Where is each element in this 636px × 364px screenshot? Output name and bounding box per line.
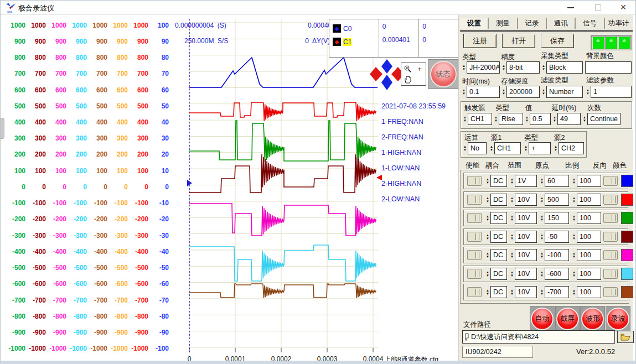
tab-测量[interactable]: 测量 (488, 18, 516, 29)
range-field[interactable]: ▲▼10V (509, 286, 537, 298)
open-button[interactable]: 打开 (502, 34, 535, 48)
origin-field[interactable]: ▲▼-600 (539, 268, 569, 280)
browse-folder-button[interactable] (617, 331, 634, 343)
cursor-item-c1[interactable]: ◆C1 (333, 38, 351, 46)
enable-toggle[interactable] (467, 232, 482, 242)
led-indicator[interactable]: * (605, 36, 618, 49)
enable-toggle[interactable] (467, 213, 482, 223)
color-swatch[interactable] (621, 175, 633, 187)
filter-param-field[interactable]: ▲▼1 (585, 86, 632, 98)
tab-信号[interactable]: 信号 (575, 18, 603, 29)
save-button[interactable]: 保存 (541, 34, 574, 48)
range-field[interactable]: ▲▼10V (509, 249, 537, 261)
origin-field[interactable]: ▲▼60 (539, 175, 569, 187)
action-button-2[interactable]: 截屏 (556, 308, 579, 330)
device-id-field[interactable]: IU902/0242 (462, 346, 533, 358)
trig-value-field[interactable]: ▲▼0.5 (524, 113, 551, 125)
origin-field[interactable]: ▲▼-700 (539, 286, 569, 298)
enable-toggle[interactable] (467, 250, 482, 260)
spinner-icon[interactable]: ▲▼ (461, 61, 467, 74)
coupling-field[interactable]: ▲▼DC (485, 268, 507, 280)
depth-field[interactable]: ▲▼200000 (501, 86, 540, 98)
scale-field[interactable]: ▲▼100 (571, 212, 601, 224)
trig-source-field[interactable]: ▲▼CH1 (462, 113, 492, 125)
src1-field[interactable]: ▲▼CH1 (489, 142, 521, 154)
color-swatch[interactable] (621, 268, 633, 280)
op-type-field[interactable]: ▲▼+ (523, 142, 551, 154)
action-button-1[interactable]: 自动 (531, 308, 554, 330)
invert-toggle[interactable] (603, 269, 618, 279)
trig-type-field[interactable]: ▲▼Rise (493, 113, 523, 125)
origin-field[interactable]: ▲▼-100 (539, 249, 569, 261)
origin-field[interactable]: ▲▼500 (539, 194, 569, 206)
tab-记录[interactable]: 记录 (517, 18, 546, 29)
color-swatch[interactable] (621, 286, 633, 298)
acq-type-field[interactable]: ▲▼Block (541, 61, 583, 74)
led-indicator[interactable]: * (592, 36, 604, 49)
enable-toggle[interactable] (467, 195, 482, 205)
color-swatch[interactable] (621, 194, 633, 206)
bg-color-field[interactable] (585, 61, 632, 74)
color-swatch[interactable] (621, 231, 633, 243)
coupling-field[interactable]: ▲▼DC (485, 212, 507, 224)
color-swatch[interactable] (621, 249, 633, 261)
status-button[interactable]: 状态 (430, 61, 457, 87)
src2-field[interactable]: ▲▼CH2 (553, 142, 584, 154)
enable-toggle[interactable] (467, 287, 482, 297)
cursor-legend[interactable]: ◆C0◆C1 (329, 19, 379, 57)
coupling-field[interactable]: ▲▼DC (485, 194, 507, 206)
file-path-field[interactable]: D:\快速访问资料\4824 (462, 330, 615, 344)
tab-功率计[interactable]: 功率计 (604, 18, 633, 29)
color-swatch[interactable] (621, 212, 633, 224)
invert-toggle[interactable] (603, 250, 618, 260)
origin-field[interactable]: ▲▼-50 (539, 231, 569, 243)
register-button[interactable]: 注册 (463, 34, 497, 48)
invert-toggle[interactable] (603, 176, 618, 186)
type-field[interactable]: ▲▼JH-2000A (461, 61, 500, 74)
filter-type-field[interactable]: ▲▼Number (541, 86, 583, 98)
waveform-canvas[interactable] (187, 15, 382, 357)
range-field[interactable]: ▲▼10V (509, 231, 537, 243)
coupling-field[interactable]: ▲▼DC (485, 175, 507, 187)
coupling-field[interactable]: ▲▼DC (485, 286, 507, 298)
precision-field[interactable]: ▲▼8-bit (501, 61, 540, 74)
scale-field[interactable]: ▲▼100 (571, 268, 601, 280)
scale-field[interactable]: ▲▼100 (571, 175, 601, 187)
range-field[interactable]: ▲▼10V (509, 268, 537, 280)
maximize-button[interactable] (588, 1, 607, 14)
pan-tool-icon[interactable] (401, 75, 413, 86)
enable-toggle[interactable] (467, 269, 482, 279)
navigation-diamond-icon[interactable] (369, 58, 405, 91)
panel-splitter-handle[interactable] (1, 118, 4, 139)
scale-field[interactable]: ▲▼100 (571, 286, 601, 298)
range-field[interactable]: ▲▼10V (509, 194, 537, 206)
action-button-4[interactable]: 录波 (607, 308, 629, 330)
cursor-item-c0[interactable]: ◆C0 (333, 24, 351, 33)
tab-通讯[interactable]: 通讯 (546, 18, 575, 29)
trig-times-field[interactable]: ▲▼Continue (582, 113, 621, 125)
invert-toggle[interactable] (603, 232, 618, 242)
coupling-field[interactable]: ▲▼DC (485, 231, 507, 243)
scale-field[interactable]: ▲▼100 (571, 249, 601, 261)
invert-toggle[interactable] (603, 195, 618, 205)
trig-delay-field[interactable]: ▲▼49 (552, 113, 581, 125)
coupling-field[interactable]: ▲▼DC (485, 249, 507, 261)
waveform-plot-area[interactable]: 0.000000004 (S) 250.000M S/S 0.000401 ΔX… (172, 15, 460, 364)
minimize-button[interactable] (561, 1, 580, 14)
close-button[interactable]: × (614, 1, 633, 14)
invert-toggle[interactable] (603, 287, 618, 297)
enable-toggle[interactable] (467, 176, 482, 186)
scale-field[interactable]: ▲▼100 (571, 231, 601, 243)
tab-设置[interactable]: 设置 (460, 18, 488, 29)
scale-field[interactable]: ▲▼100 (571, 194, 601, 206)
time-field[interactable]: ▲▼0.1 (461, 86, 500, 98)
zoom-tool-icon[interactable] (401, 63, 413, 75)
op-field[interactable]: ▲▼No (462, 142, 487, 154)
crosshair-tool-icon[interactable]: + (413, 63, 426, 75)
range-field[interactable]: ▲▼1V (509, 175, 537, 187)
origin-field[interactable]: ▲▼150 (539, 212, 569, 224)
action-button-3[interactable]: 波形 (581, 308, 604, 330)
invert-toggle[interactable] (603, 213, 618, 223)
range-field[interactable]: ▲▼10V (509, 212, 537, 224)
led-indicator[interactable]: * (618, 36, 630, 49)
